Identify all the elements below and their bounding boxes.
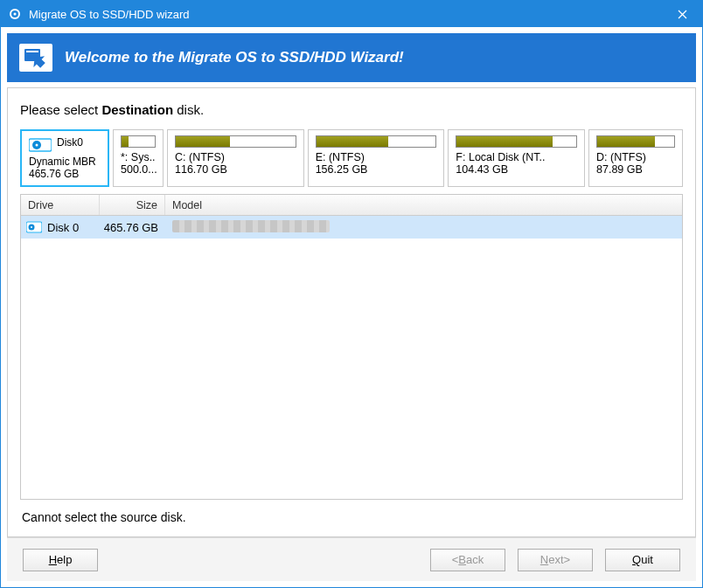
usage-fill [122, 136, 129, 147]
disk-table: Drive Size Model Disk 0 465.76 GB [20, 194, 683, 500]
volume-size: 156.25 GB [316, 163, 437, 176]
volume-card[interactable]: *: Sys.. 500.0... [113, 129, 164, 187]
table-header: Drive Size Model [21, 195, 682, 216]
row-model [165, 220, 682, 235]
wizard-banner: Welcome to the Migrate OS to SSD/HDD Wiz… [7, 33, 696, 82]
svg-rect-4 [26, 51, 38, 52]
content-area: Please select Destination disk. Disk0 Dy… [7, 87, 696, 537]
volume-label: E: (NTFS) [316, 151, 437, 163]
app-icon [8, 7, 22, 21]
volume-label: C: (NTFS) [175, 151, 296, 163]
volume-size: 116.70 GB [175, 163, 296, 176]
svg-point-7 [36, 144, 38, 147]
row-size: 465.76 GB [100, 221, 165, 234]
titlebar: Migrate OS to SSD/HDD wizard [1, 1, 702, 27]
table-row[interactable]: Disk 0 465.76 GB [21, 216, 682, 239]
volume-card[interactable]: F: Local Disk (NT.. 104.43 GB [448, 129, 585, 187]
svg-point-10 [31, 226, 32, 228]
back-button: <Back [430, 549, 505, 571]
disk-layout-row: Disk0 Dynamic MBR 465.76 GB *: Sys.. 500… [20, 129, 683, 187]
footer: Help <Back Next> Quit [7, 537, 696, 581]
col-model[interactable]: Model [165, 195, 682, 215]
volume-label: D: (NTFS) [596, 151, 675, 163]
volume-label: F: Local Disk (NT.. [456, 151, 577, 163]
volume-card[interactable]: E: (NTFS) 156.25 GB [308, 129, 445, 187]
close-button[interactable] [663, 1, 702, 27]
disk-name: Disk0 [57, 136, 83, 149]
disk-type: Dynamic MBR [29, 156, 101, 168]
disk-card[interactable]: Disk0 Dynamic MBR 465.76 GB [20, 129, 109, 187]
volume-size: 500.0... [121, 163, 156, 176]
usage-fill [597, 136, 655, 147]
wizard-icon [19, 44, 52, 72]
blurred-model-text [172, 220, 330, 232]
prompt-text: Please select Destination disk. [20, 102, 683, 117]
window-body: Welcome to the Migrate OS to SSD/HDD Wiz… [1, 27, 702, 587]
volume-size: 87.89 GB [596, 163, 675, 176]
note-text: Cannot select the source disk. [20, 500, 683, 528]
usage-fill [456, 136, 552, 147]
svg-point-2 [14, 13, 17, 16]
row-disk-icon [26, 221, 42, 233]
window-title: Migrate OS to SSD/HDD wizard [29, 8, 663, 21]
quit-button[interactable]: Quit [605, 549, 680, 571]
row-drive: Disk 0 [47, 221, 79, 234]
banner-text: Welcome to the Migrate OS to SSD/HDD Wiz… [65, 49, 404, 66]
col-size[interactable]: Size [100, 195, 165, 215]
next-button: Next> [518, 549, 593, 571]
disk-icon [29, 136, 52, 154]
wizard-window: Migrate OS to SSD/HDD wizard Welcome to … [0, 0, 703, 588]
help-button[interactable]: Help [23, 549, 98, 571]
usage-fill [176, 136, 230, 147]
table-body: Disk 0 465.76 GB [21, 216, 682, 499]
volume-label: *: Sys.. [121, 151, 156, 163]
col-drive[interactable]: Drive [21, 195, 100, 215]
disk-size: 465.76 GB [29, 168, 101, 180]
usage-fill [317, 136, 388, 147]
volume-card[interactable]: C: (NTFS) 116.70 GB [167, 129, 304, 187]
volume-size: 104.43 GB [456, 163, 577, 176]
volume-card[interactable]: D: (NTFS) 87.89 GB [588, 129, 683, 187]
